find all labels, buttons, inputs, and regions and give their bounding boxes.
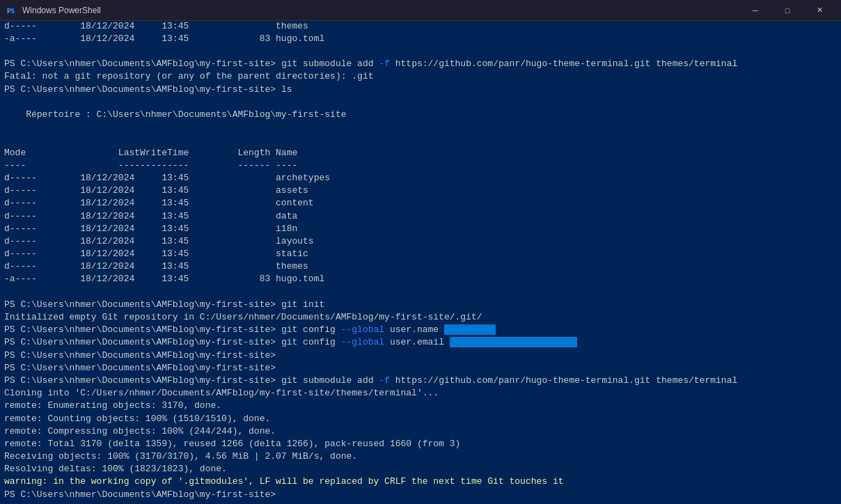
fs-entry: d----- 18/12/2024 13:45 archetypes	[4, 173, 330, 183]
directory-label: Répertoire : C:\Users\nhmer\Documents\AM…	[4, 109, 346, 120]
fs-entry: d----- 18/12/2024 13:45 content	[4, 198, 314, 208]
column-header: ---- ------------- ------ ----	[4, 160, 297, 171]
terminal-line: d----- 18/12/2024 13:45 themes	[4, 260, 837, 273]
titlebar: PS Windows PowerShell ─ □ ✕	[0, 0, 841, 21]
terminal-line: Cloning into 'C:/Users/nhmer/Documents/A…	[4, 387, 837, 400]
close-button[interactable]: ✕	[803, 0, 835, 21]
terminal-line: Mode LastWriteTime Length Name	[4, 147, 837, 159]
fs-entry: d----- 18/12/2024 13:45 i18n	[4, 223, 297, 234]
terminal-line: Répertoire : C:\Users\nhmer\Documents\AM…	[4, 109, 837, 121]
terminal-line: PS C:\Users\nhmer\Documents\AMFblog\my-f…	[4, 349, 837, 362]
fs-entry: d----- 18/12/2024 13:45 assets	[4, 185, 308, 196]
terminal-line: PS C:\Users\nhmer\Documents\AMFblog\my-f…	[4, 336, 837, 349]
prompt: PS C:\Users\nhmer\Documents\AMFblog\my-f…	[4, 375, 281, 386]
output-text: Receiving objects: 100% (3170/3170), 4.5…	[4, 451, 357, 462]
prompt: PS C:\Users\nhmer\Documents\AMFblog\my-f…	[4, 58, 281, 69]
prompt: PS C:\Users\nhmer\Documents\AMFblog\my-f…	[4, 337, 281, 347]
terminal-line: d----- 18/12/2024 13:45 archetypes	[4, 172, 837, 184]
prompt: PS C:\Users\nhmer\Documents\AMFblog\my-f…	[4, 84, 281, 95]
output-text: remote: Compressing objects: 100% (244/2…	[4, 426, 276, 436]
terminal-line: PS C:\Users\nhmer\Documents\AMFblog\my-f…	[4, 362, 837, 375]
svg-text:PS: PS	[7, 7, 15, 15]
terminal-line: Receiving objects: 100% (3170/3170), 4.5…	[4, 450, 837, 463]
fs-entry: d----- 18/12/2024 13:45 static	[4, 249, 308, 259]
fs-entry: d----- 18/12/2024 13:45 themes	[4, 21, 308, 31]
output-text: Initialized empty Git repository in C:/U…	[4, 312, 482, 322]
terminal-line: d----- 18/12/2024 13:45 themes	[4, 21, 837, 33]
terminal-line: Resolving deltas: 100% (1823/1823), done…	[4, 463, 837, 475]
fs-entry: -a---- 18/12/2024 13:45 83 hugo.toml	[4, 33, 324, 44]
prompt: PS C:\Users\nhmer\Documents\AMFblog\my-f…	[4, 350, 281, 361]
prompt: PS C:\Users\nhmer\Documents\AMFblog\my-f…	[4, 489, 281, 500]
terminal-line: PS C:\Users\nhmer\Documents\AMFblog\my-f…	[4, 489, 837, 501]
fs-entry: d----- 18/12/2024 13:45 data	[4, 211, 297, 221]
prompt: PS C:\Users\nhmer\Documents\AMFblog\my-f…	[4, 363, 281, 373]
terminal-line	[4, 286, 837, 299]
terminal-line: ---- ------------- ------ ----	[4, 159, 837, 172]
terminal-line: Initialized empty Git repository in C:/U…	[4, 311, 837, 324]
terminal-line	[4, 134, 837, 146]
terminal-line: warning: in the working copy of '.gitmod…	[4, 475, 837, 488]
terminal-line: d----- 18/12/2024 13:45 assets	[4, 184, 837, 197]
column-header: Mode LastWriteTime Length Name	[4, 148, 297, 158]
titlebar-controls: ─ □ ✕	[739, 0, 835, 21]
prompt: PS C:\Users\nhmer\Documents\AMFblog\my-f…	[4, 299, 281, 310]
terminal-line: d----- 18/12/2024 13:45 data	[4, 210, 837, 223]
terminal-line	[4, 45, 837, 58]
terminal-line: d----- 18/12/2024 13:45 content	[4, 197, 837, 210]
terminal-line: PS C:\Users\nhmer\Documents\AMFblog\my-f…	[4, 375, 837, 387]
error-text: Fatal: not a git repository (or any of t…	[4, 71, 374, 81]
maximize-button[interactable]: □	[771, 0, 803, 21]
terminal-line: remote: Enumerating objects: 3170, done.	[4, 400, 837, 412]
output-text: Resolving deltas: 100% (1823/1823), done…	[4, 464, 227, 474]
fs-entry: d----- 18/12/2024 13:45 layouts	[4, 236, 314, 246]
terminal-line	[4, 121, 837, 134]
fs-entry: -a---- 18/12/2024 13:45 83 hugo.toml	[4, 274, 324, 284]
terminal-line: -a---- 18/12/2024 13:45 83 hugo.toml	[4, 33, 837, 45]
titlebar-title: Windows PowerShell	[22, 6, 734, 15]
terminal-line: -a---- 18/12/2024 13:45 83 hugo.toml	[4, 273, 837, 285]
terminal-line: PS C:\Users\nhmer\Documents\AMFblog\my-f…	[4, 84, 837, 96]
terminal-line: PS C:\Users\nhmer\Documents\AMFblog\my-f…	[4, 58, 837, 70]
titlebar-icon: PS	[6, 5, 17, 16]
output-text: remote: Enumerating objects: 3170, done.	[4, 400, 221, 411]
terminal-line: Fatal: not a git repository (or any of t…	[4, 70, 837, 83]
terminal-line: PS C:\Users\nhmer\Documents\AMFblog\my-f…	[4, 324, 837, 336]
output-text: remote: Counting objects: 100% (1510/151…	[4, 414, 270, 424]
terminal-line: d----- 18/12/2024 13:45 layouts	[4, 235, 837, 248]
fs-entry: d----- 18/12/2024 13:45 themes	[4, 261, 308, 271]
terminal-line: remote: Counting objects: 100% (1510/151…	[4, 413, 837, 425]
terminal-line: d----- 18/12/2024 13:45 static	[4, 248, 837, 260]
minimize-button[interactable]: ─	[739, 0, 771, 21]
prompt: PS C:\Users\nhmer\Documents\AMFblog\my-f…	[4, 324, 281, 335]
output-text: remote: Total 3170 (delta 1359), reused …	[4, 439, 460, 449]
terminal-line: remote: Total 3170 (delta 1359), reused …	[4, 438, 837, 450]
terminal-line: d----- 18/12/2024 13:45 i18n	[4, 223, 837, 235]
terminal[interactable]: Mode LastWriteTime Length Name---- -----…	[0, 21, 841, 504]
terminal-line: remote: Compressing objects: 100% (244/2…	[4, 425, 837, 438]
terminal-line	[4, 96, 837, 109]
output-text: Cloning into 'C:/Users/nhmer/Documents/A…	[4, 388, 439, 398]
warning-text: warning: in the working copy of '.gitmod…	[4, 476, 564, 487]
terminal-line: PS C:\Users\nhmer\Documents\AMFblog\my-f…	[4, 299, 837, 311]
